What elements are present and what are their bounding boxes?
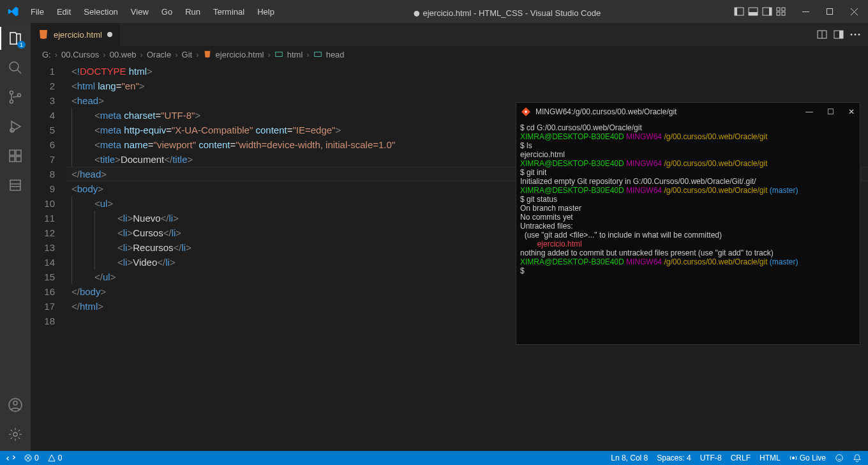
- svg-rect-31: [276, 52, 283, 57]
- svg-rect-20: [16, 150, 21, 155]
- menu-help[interactable]: Help: [252, 4, 280, 19]
- svg-point-12: [10, 62, 19, 71]
- activity-search-icon[interactable]: [6, 59, 24, 77]
- split-editor-icon[interactable]: [817, 29, 827, 40]
- activity-account-icon[interactable]: [6, 396, 24, 414]
- svg-point-23: [13, 401, 17, 405]
- svg-point-29: [855, 34, 857, 36]
- activity-explorer-icon[interactable]: 1: [6, 29, 24, 47]
- svg-rect-10: [802, 11, 809, 12]
- status-spaces[interactable]: Spaces: 4: [657, 454, 691, 462]
- svg-rect-27: [839, 31, 843, 38]
- menu-selection[interactable]: Selection: [79, 4, 123, 19]
- git-bash-icon: [521, 107, 530, 116]
- svg-point-13: [10, 91, 13, 95]
- svg-rect-3: [749, 12, 758, 15]
- menu-view[interactable]: View: [126, 4, 154, 19]
- svg-rect-18: [10, 156, 15, 162]
- terminal-window[interactable]: MINGW64:/g/00.cursos/00.web/Oracle/git —…: [516, 102, 860, 345]
- svg-point-33: [525, 111, 527, 113]
- symbol-struct-icon: [274, 50, 283, 59]
- status-errors[interactable]: 0: [24, 454, 39, 462]
- activity-debug-icon[interactable]: [6, 118, 24, 135]
- activity-extra-icon[interactable]: [6, 176, 24, 194]
- svg-rect-21: [10, 180, 20, 190]
- line-gutter: 123456789101112131415161718: [31, 63, 66, 451]
- menu-go[interactable]: Go: [156, 4, 177, 19]
- svg-rect-17: [10, 150, 15, 155]
- svg-rect-1: [735, 8, 737, 15]
- toggle-layout-icon[interactable]: [834, 29, 844, 40]
- status-warnings[interactable]: 0: [48, 454, 63, 462]
- tab-filename: ejercicio.html: [54, 30, 102, 40]
- html-file-icon: [203, 50, 212, 59]
- svg-rect-32: [314, 52, 321, 57]
- layout-sidebar-right-icon[interactable]: [762, 6, 772, 17]
- svg-point-36: [836, 455, 843, 462]
- activity-settings-icon[interactable]: [6, 425, 24, 443]
- activity-bar: 1: [0, 23, 31, 451]
- menu-file[interactable]: File: [26, 4, 49, 19]
- status-eol[interactable]: CRLF: [731, 454, 751, 462]
- svg-point-14: [10, 100, 13, 103]
- activity-extensions-icon[interactable]: [6, 147, 24, 165]
- svg-point-24: [13, 432, 17, 436]
- status-bar: 0 0 Ln 8, Col 8 Spaces: 4 UTF-8 CRLF HTM…: [0, 451, 868, 465]
- menu-run[interactable]: Run: [180, 4, 206, 19]
- svg-rect-5: [769, 8, 772, 15]
- status-bell-icon[interactable]: [853, 454, 862, 462]
- remote-indicator-icon[interactable]: [6, 454, 15, 462]
- terminal-output: $ cd G:/00.cursos/00.web/Oracle/gitXIMRA…: [516, 121, 860, 278]
- window-minimize-icon[interactable]: [794, 0, 817, 23]
- title-bar: File Edit Selection View Go Run Terminal…: [0, 0, 868, 23]
- layout-panel-icon[interactable]: [748, 6, 758, 17]
- menu-terminal[interactable]: Terminal: [208, 4, 250, 19]
- layout-customize-icon[interactable]: [776, 6, 786, 17]
- svg-rect-9: [782, 12, 785, 15]
- svg-point-35: [792, 457, 795, 459]
- terminal-close-icon[interactable]: ✕: [848, 107, 855, 116]
- tab-ejercicio[interactable]: ejercicio.html: [31, 23, 121, 46]
- tab-bar: ejercicio.html: [31, 23, 868, 46]
- svg-rect-11: [827, 9, 833, 15]
- status-encoding[interactable]: UTF-8: [700, 454, 722, 462]
- svg-rect-6: [777, 8, 780, 11]
- symbol-struct-icon: [313, 50, 322, 59]
- html-file-icon: [38, 29, 49, 40]
- layout-sidebar-left-icon[interactable]: [734, 6, 744, 17]
- status-feedback-icon[interactable]: [835, 454, 844, 462]
- status-language[interactable]: HTML: [760, 454, 781, 462]
- svg-point-28: [851, 34, 853, 36]
- more-actions-icon[interactable]: [850, 33, 860, 36]
- activity-scm-icon[interactable]: [6, 88, 24, 106]
- status-golive[interactable]: Go Live: [789, 454, 826, 462]
- vscode-logo-icon: [8, 6, 19, 17]
- svg-rect-19: [16, 156, 21, 162]
- svg-point-30: [858, 34, 860, 36]
- svg-rect-7: [782, 8, 785, 11]
- terminal-maximize-icon[interactable]: ☐: [827, 107, 834, 116]
- modified-dot-icon: [107, 32, 112, 37]
- menu-bar: File Edit Selection View Go Run Terminal…: [26, 4, 280, 19]
- window-title: ● ejercicio.html - HTML_CSS - Visual Stu…: [280, 4, 734, 19]
- menu-edit[interactable]: Edit: [52, 4, 76, 19]
- status-cursor[interactable]: Ln 8, Col 8: [611, 454, 648, 462]
- explorer-badge: 1: [17, 41, 26, 49]
- svg-rect-8: [777, 12, 780, 15]
- terminal-minimize-icon[interactable]: —: [805, 107, 813, 116]
- window-close-icon[interactable]: [842, 0, 865, 23]
- window-maximize-icon[interactable]: [818, 0, 841, 23]
- terminal-title-bar: MINGW64:/g/00.cursos/00.web/Oracle/git —…: [516, 103, 860, 121]
- breadcrumb[interactable]: G:› 00.Cursos› 00.web› Oracle› Git› ejer…: [31, 46, 868, 63]
